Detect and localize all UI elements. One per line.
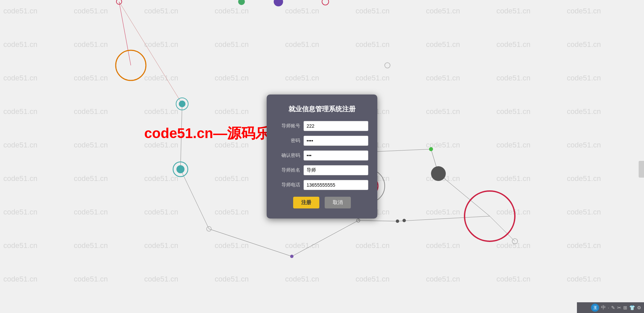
dialog-overlay: 就业信息管理系统注册 导师账号 密码 确认密码 导师姓名 导师电话 注册 bbox=[0, 0, 644, 313]
table-icon[interactable]: ⊞ bbox=[623, 305, 627, 310]
button-row: 注册 取消 bbox=[280, 197, 364, 208]
account-input[interactable] bbox=[304, 121, 368, 131]
register-button[interactable]: 注册 bbox=[293, 197, 319, 208]
account-row: 导师账号 bbox=[280, 121, 364, 131]
password-label: 密码 bbox=[280, 138, 300, 144]
teacher-phone-label: 导师电话 bbox=[280, 182, 300, 188]
gear-icon[interactable]: ⚙ bbox=[637, 305, 641, 310]
side-tab[interactable] bbox=[639, 161, 644, 178]
dialog-title: 就业信息管理系统注册 bbox=[280, 105, 364, 114]
teacher-phone-row: 导师电话 bbox=[280, 180, 364, 190]
toolbar-avatar[interactable]: 王 bbox=[591, 304, 599, 312]
bottom-toolbar: 王 中 · ✎ ✂ ⊞ 👕 ⚙ bbox=[577, 302, 644, 313]
account-label: 导师账号 bbox=[280, 123, 300, 129]
input-method-icon[interactable]: 中 bbox=[601, 305, 606, 311]
teacher-name-input[interactable] bbox=[304, 165, 368, 175]
pen-icon[interactable]: ✎ bbox=[611, 305, 615, 310]
teacher-phone-input[interactable] bbox=[304, 180, 368, 190]
confirm-password-row: 确认密码 bbox=[280, 150, 364, 161]
confirm-password-input[interactable] bbox=[304, 150, 368, 161]
cancel-button[interactable]: 取消 bbox=[325, 197, 351, 208]
password-input[interactable] bbox=[304, 136, 368, 146]
shirt-icon[interactable]: 👕 bbox=[629, 305, 635, 310]
confirm-password-label: 确认密码 bbox=[280, 152, 300, 159]
password-row: 密码 bbox=[280, 136, 364, 146]
scissors-icon[interactable]: ✂ bbox=[617, 305, 621, 310]
teacher-name-label: 导师姓名 bbox=[280, 167, 300, 173]
teacher-name-row: 导师姓名 bbox=[280, 165, 364, 175]
dot-icon[interactable]: · bbox=[608, 305, 609, 310]
register-dialog: 就业信息管理系统注册 导师账号 密码 确认密码 导师姓名 导师电话 注册 bbox=[267, 95, 377, 218]
